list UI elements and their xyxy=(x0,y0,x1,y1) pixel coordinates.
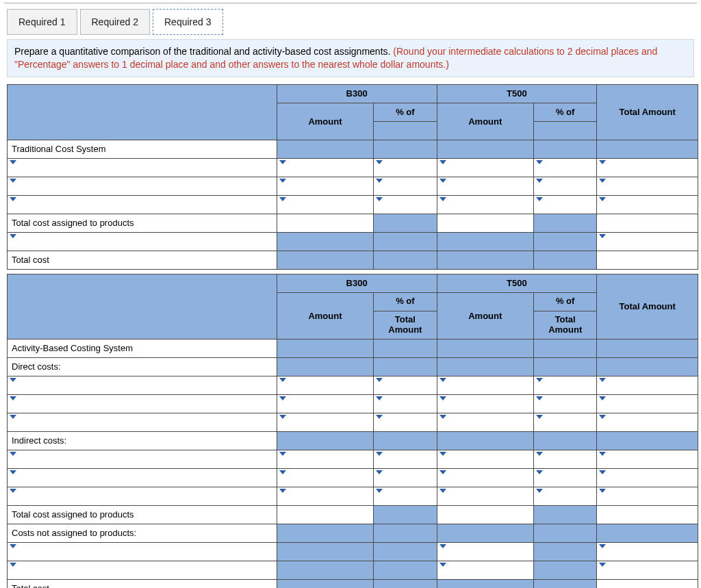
trad-t500-pct-1[interactable] xyxy=(534,158,597,177)
corner-cell xyxy=(8,84,277,140)
abc-unassigned-select-1[interactable] xyxy=(8,542,277,561)
trad-t500-amt-1[interactable] xyxy=(437,158,534,177)
table-traditional: B300 T500 Total Amount Amount % of Amoun… xyxy=(7,84,698,270)
abc-unassigned-row-2 xyxy=(8,561,698,579)
col-t500-amount: Amount xyxy=(437,103,534,140)
abc-direct-select-2[interactable] xyxy=(8,394,277,413)
abc-b300-amount: Amount xyxy=(277,292,374,339)
abc-totalcost-total[interactable] xyxy=(597,579,698,588)
abc-col-b300: B300 xyxy=(277,274,437,292)
abc-direct-row-3 xyxy=(8,413,698,431)
trad-t500-pct-2[interactable] xyxy=(534,177,597,195)
tab-required-2[interactable]: Required 2 xyxy=(80,9,151,35)
trad-extra-select[interactable] xyxy=(8,232,277,251)
row-abc-section: Activity-Based Costing System xyxy=(8,339,277,357)
abc-col-total-amount: Total Amount xyxy=(597,274,698,339)
abc-direct-select-1[interactable] xyxy=(8,376,277,394)
trad-extra-total[interactable] xyxy=(597,232,698,251)
row-abc-indirect: Indirect costs: xyxy=(8,431,277,450)
tab-bar: Required 1 Required 2 Required 3 xyxy=(4,3,697,35)
abc-unassigned-row-1 xyxy=(8,542,698,561)
trad-total-2[interactable] xyxy=(597,177,698,195)
abc-indirect-select-2[interactable] xyxy=(8,468,277,487)
trad-row-1 xyxy=(8,158,698,177)
abc-unassigned-select-2[interactable] xyxy=(8,561,277,579)
abc-t500-pctof: % of xyxy=(534,292,597,311)
tab-required-3[interactable]: Required 3 xyxy=(153,9,223,35)
trad-item-select-2[interactable] xyxy=(8,177,277,195)
col-t500-pctof: % of xyxy=(534,103,597,121)
row-abc-total-assigned: Total cost assigned to products xyxy=(8,505,277,524)
instructions-banner: Prepare a quantitative comparison of the… xyxy=(7,39,694,77)
abc-corner xyxy=(8,274,277,339)
instructions-text: Prepare a quantitative comparison of the… xyxy=(14,46,393,57)
trad-total-3[interactable] xyxy=(597,195,698,214)
abc-indirect-row-2 xyxy=(8,468,698,487)
abc-direct-select-3[interactable] xyxy=(8,413,277,431)
trad-assigned-t500-amt[interactable] xyxy=(437,214,534,232)
trad-item-select-3[interactable] xyxy=(8,195,277,214)
row-abc-not-assigned: Costs not assigned to products: xyxy=(8,524,277,542)
row-trad-total-assigned: Total cost assigned to products xyxy=(8,214,277,232)
col-b300-pct-sub xyxy=(374,121,437,140)
row-trad-total-cost: Total cost xyxy=(8,251,277,269)
col-t500: T500 xyxy=(437,84,597,103)
row-abc-total-cost: Total cost xyxy=(8,579,277,588)
col-total-amount: Total Amount xyxy=(597,84,698,140)
trad-b300-pct-1[interactable] xyxy=(374,158,437,177)
trad-assigned-total[interactable] xyxy=(597,214,698,232)
abc-indirect-row-1 xyxy=(8,450,698,468)
trad-assigned-b300-amt[interactable] xyxy=(277,214,374,232)
trad-b300-amt-3[interactable] xyxy=(277,195,374,214)
table-abc: B300 T500 Total Amount Amount % of Amoun… xyxy=(7,274,698,588)
row-trad-section: Traditional Cost System xyxy=(8,140,277,158)
abc-col-t500: T500 xyxy=(437,274,597,292)
abc-indirect-row-3 xyxy=(8,487,698,505)
abc-b300-totamt: Total Amount xyxy=(374,311,437,339)
abc-direct-row-2 xyxy=(8,394,698,413)
col-b300: B300 xyxy=(277,84,437,103)
col-b300-amount: Amount xyxy=(277,103,374,140)
abc-indirect-select-3[interactable] xyxy=(8,487,277,505)
abc-t500-amount: Amount xyxy=(437,292,534,339)
col-b300-pctof: % of xyxy=(374,103,437,121)
abc-direct-row-1 xyxy=(8,376,698,394)
col-t500-pct-sub xyxy=(534,121,597,140)
trad-b300-amt-1[interactable] xyxy=(277,158,374,177)
trad-b300-amt-2[interactable] xyxy=(277,177,374,195)
tab-required-1[interactable]: Required 1 xyxy=(7,9,77,35)
abc-b300-pctof: % of xyxy=(374,292,437,311)
trad-t500-pct-3[interactable] xyxy=(534,195,597,214)
abc-t500-totamt: Total Amount xyxy=(534,311,597,339)
trad-item-select-1[interactable] xyxy=(8,158,277,177)
trad-extra-row xyxy=(8,232,698,251)
trad-t500-amt-3[interactable] xyxy=(437,195,534,214)
trad-total-1[interactable] xyxy=(597,158,698,177)
trad-b300-pct-3[interactable] xyxy=(374,195,437,214)
row-abc-direct: Direct costs: xyxy=(8,357,277,376)
trad-row-2 xyxy=(8,177,698,195)
trad-row-3 xyxy=(8,195,698,214)
trad-b300-pct-2[interactable] xyxy=(374,177,437,195)
trad-t500-amt-2[interactable] xyxy=(437,177,534,195)
abc-indirect-select-1[interactable] xyxy=(8,450,277,468)
trad-totalcost-total[interactable] xyxy=(597,251,698,269)
